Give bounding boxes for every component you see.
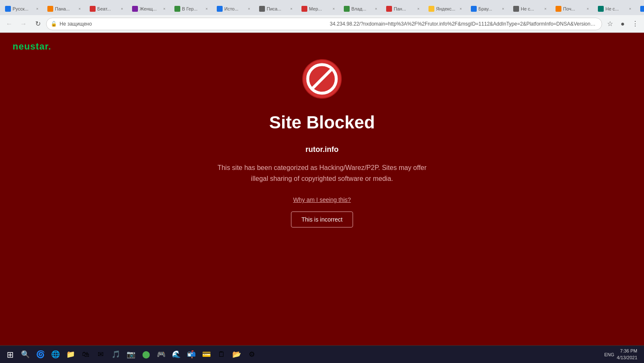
tab-favicon-15: [598, 6, 604, 12]
language-indicator: ENG: [604, 352, 614, 357]
tab-close-6[interactable]: ×: [246, 6, 252, 12]
tab-close-8[interactable]: ×: [331, 6, 337, 12]
tab-16[interactable]: Поч...×: [637, 3, 644, 15]
neustar-logo: neustar.: [13, 41, 51, 52]
tab-favicon-9: [344, 6, 350, 12]
tab-7[interactable]: Писа...×: [256, 3, 298, 15]
url-text: 34.234.98.22/?nxdomain=http%3A%2F%2Fruto…: [330, 21, 598, 27]
forward-button[interactable]: →: [18, 18, 29, 30]
time-display: 7:36 PM: [617, 348, 637, 354]
tab-label-9: Влад...: [351, 6, 371, 11]
tab-label-1: Русск...: [13, 6, 33, 11]
block-icon: [301, 58, 343, 100]
tab-label-3: Беат...: [97, 6, 117, 11]
start-button[interactable]: ⊞: [3, 348, 17, 361]
tab-10[interactable]: Пан...×: [383, 3, 425, 15]
taskbar-edge[interactable]: 🌊: [169, 348, 183, 361]
why-link[interactable]: Why am I seeing this?: [293, 196, 351, 203]
tab-favicon-16: [640, 6, 644, 12]
browser-frame: Русск...×Пана...×Беат...×Женщ...×В Гер..…: [0, 0, 644, 363]
tab-label-4: Женщ...: [140, 6, 160, 11]
tab-close-3[interactable]: ×: [119, 6, 125, 12]
tab-favicon-12: [471, 6, 477, 12]
tab-close-15[interactable]: ×: [627, 6, 633, 12]
tab-favicon-13: [513, 6, 519, 12]
taskbar-app5[interactable]: 💳: [200, 348, 213, 361]
tab-favicon-1: [5, 6, 11, 12]
date-display: 4/13/2021: [617, 355, 637, 361]
tab-favicon-2: [47, 6, 53, 12]
tab-4[interactable]: Женщ...×: [129, 3, 171, 15]
tab-close-13[interactable]: ×: [543, 6, 548, 12]
tab-12[interactable]: Брау...×: [467, 3, 509, 15]
tab-label-15: Не с...: [605, 6, 626, 11]
taskbar-files[interactable]: 📁: [64, 348, 77, 361]
page-title: Site Blocked: [269, 112, 375, 133]
menu-icon[interactable]: ⋮: [630, 18, 641, 29]
tab-favicon-4: [132, 6, 138, 12]
tab-favicon-3: [90, 6, 96, 12]
tab-favicon-8: [301, 6, 307, 12]
tab-3[interactable]: Беат...×: [86, 3, 128, 15]
tab-label-12: Брау...: [478, 6, 499, 11]
tab-6[interactable]: Исто...×: [213, 3, 255, 15]
back-button[interactable]: ←: [3, 18, 15, 30]
tab-label-14: Поч...: [563, 6, 583, 11]
tab-favicon-10: [386, 6, 392, 12]
tab-bar: Русск...×Пана...×Беат...×Женщ...×В Гер..…: [0, 0, 644, 15]
tab-close-1[interactable]: ×: [34, 6, 40, 12]
tab-13[interactable]: Не с...×: [510, 3, 552, 15]
taskbar-mail[interactable]: ✉: [94, 348, 107, 361]
tab-label-8: Мер...: [309, 6, 329, 11]
tab-favicon-5: [174, 6, 180, 12]
toolbar-icons: ☆ ● ⋮: [605, 18, 641, 29]
incorrect-button[interactable]: This is incorrect: [291, 212, 353, 227]
page-content: neustar. Site Blocked rutor.info This si…: [0, 33, 644, 345]
taskbar-search[interactable]: 🔍: [18, 348, 32, 361]
tab-close-9[interactable]: ×: [373, 6, 379, 12]
taskbar: ⊞ 🔍 🌀 🌐 📁 🛍 ✉ 🎵 📷 ⬤ 🎮 🌊 📬 💳 🗒 📂 ⚙ ENG 7:…: [0, 345, 644, 363]
tab-close-12[interactable]: ×: [500, 6, 506, 12]
tab-close-2[interactable]: ×: [77, 6, 83, 12]
taskbar-app2[interactable]: 📷: [124, 348, 138, 361]
tab-label-10: Пан...: [394, 6, 414, 11]
bookmark-icon[interactable]: ☆: [605, 18, 615, 29]
tab-close-5[interactable]: ×: [204, 6, 210, 12]
nav-bar: ← → ↻ 🔓 Не защищено 34.234.98.22/?nxdoma…: [0, 15, 644, 33]
clock: 7:36 PM 4/13/2021: [617, 348, 637, 361]
tab-15[interactable]: Не с...×: [595, 3, 636, 15]
taskbar-chrome[interactable]: ⬤: [139, 348, 153, 361]
tab-close-14[interactable]: ×: [585, 6, 591, 12]
not-secure-text: Не защищено: [60, 21, 327, 27]
tab-2[interactable]: Пана...×: [44, 3, 86, 15]
tab-1[interactable]: Русск...×: [2, 3, 44, 15]
tab-label-11: Яндекс...: [436, 6, 456, 11]
tab-label-13: Не с...: [521, 6, 541, 11]
tab-label-2: Пана...: [55, 6, 75, 11]
tab-label-6: Исто...: [224, 6, 244, 11]
tab-label-5: В Гер...: [182, 6, 202, 11]
tab-favicon-14: [556, 6, 561, 12]
tab-8[interactable]: Мер...×: [298, 3, 340, 15]
reload-button[interactable]: ↻: [32, 18, 44, 30]
taskbar-app4[interactable]: 📬: [184, 348, 198, 361]
tab-close-7[interactable]: ×: [288, 6, 294, 12]
taskbar-settings[interactable]: ⚙: [245, 348, 258, 361]
tab-11[interactable]: Яндекс...×: [425, 3, 467, 15]
tab-close-10[interactable]: ×: [415, 6, 421, 12]
address-bar[interactable]: 🔓 Не защищено 34.234.98.22/?nxdomain=htt…: [46, 18, 602, 30]
taskbar-app1[interactable]: 🎵: [109, 348, 122, 361]
taskbar-cortana[interactable]: 🌀: [34, 348, 47, 361]
tab-5[interactable]: В Гер...×: [171, 3, 213, 15]
taskbar-explorer[interactable]: 📂: [230, 348, 243, 361]
taskbar-app3[interactable]: 🎮: [154, 348, 168, 361]
taskbar-app6[interactable]: 🗒: [215, 348, 228, 361]
account-icon[interactable]: ●: [617, 18, 628, 29]
tab-14[interactable]: Поч...×: [552, 3, 594, 15]
tab-close-4[interactable]: ×: [161, 6, 167, 12]
taskbar-browser[interactable]: 🌐: [49, 348, 62, 361]
lock-icon: 🔓: [51, 21, 57, 27]
taskbar-store[interactable]: 🛍: [79, 348, 92, 361]
tab-9[interactable]: Влад...×: [340, 3, 382, 15]
tab-close-11[interactable]: ×: [458, 6, 464, 12]
